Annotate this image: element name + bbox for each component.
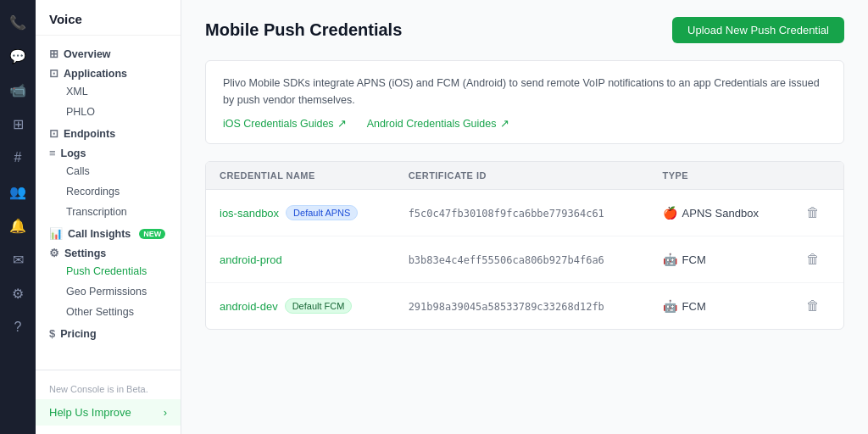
certificate-id: f5c0c47fb30108f9fca6bbe779364c61: [409, 208, 604, 220]
voice-nav-icon[interactable]: 📞: [3, 7, 33, 37]
credential-type: FCM: [682, 300, 706, 313]
sidebar-settings-label: Settings: [64, 248, 106, 259]
video-nav-icon[interactable]: 📹: [3, 75, 33, 105]
cred-name-cell: android-prod: [206, 236, 395, 283]
table-row: android-prod b3b83e4c4eff55506ca806b927b…: [206, 236, 843, 283]
android-guides-label: Android Credentials Guides: [367, 118, 497, 130]
type-cell: 🤖 FCM: [649, 283, 790, 330]
sidebar: Voice ⊞ Overview ⊡ Applications XML PHLO…: [36, 0, 181, 434]
delete-credential-button[interactable]: 🗑: [803, 248, 823, 270]
sidebar-item-overview[interactable]: ⊞ Overview: [36, 42, 181, 62]
sidebar-item-applications[interactable]: ⊡ Applications: [36, 62, 181, 81]
info-links: iOS Credentials Guides ↗ Android Credent…: [223, 117, 826, 130]
credential-badge: Default FCM: [285, 298, 353, 314]
table-row: android-dev Default FCM 291b98a39045a585…: [206, 283, 843, 330]
sidebar-logs-label: Logs: [61, 147, 86, 159]
cert-id-cell: b3b83e4c4eff55506ca806b927b4f6a6: [395, 236, 649, 283]
sidebar-item-endpoints[interactable]: ⊡ Endpoints: [36, 122, 181, 142]
type-cell: 🤖 FCM: [649, 236, 790, 283]
table-body: ios-sandbox Default APNS f5c0c47fb30108f…: [206, 190, 843, 330]
col-cert: Certificate ID: [395, 162, 649, 190]
sidebar-endpoints-label: Endpoints: [64, 128, 115, 140]
settings-group-icon: ⚙: [49, 247, 59, 259]
users-nav-icon[interactable]: 👥: [3, 176, 33, 207]
hash-nav-icon[interactable]: #: [3, 142, 33, 173]
sidebar-overview-label: Overview: [64, 48, 111, 60]
credential-badge: Default APNS: [286, 205, 358, 220]
mail-nav-icon[interactable]: ✉: [3, 244, 33, 275]
certificate-id: 291b98a39045a58533789c33268d12fb: [409, 301, 604, 313]
type-platform-icon: 🤖: [663, 253, 677, 266]
col-type: TYPE: [649, 162, 790, 190]
info-box: Plivo Mobile SDKs integrate APNS (iOS) a…: [205, 60, 844, 144]
sidebar-item-settings[interactable]: ⚙ Settings: [36, 242, 181, 261]
grid-nav-icon[interactable]: ⊞: [3, 108, 33, 139]
sidebar-item-pricing[interactable]: $ Pricing: [36, 322, 181, 342]
chevron-right-icon: ›: [164, 406, 167, 419]
call-insights-icon: 📊: [49, 227, 63, 240]
beta-note: New Console is in Beta.: [36, 379, 181, 399]
sidebar-item-recordings[interactable]: Recordings: [36, 181, 181, 202]
message-nav-icon[interactable]: 💬: [3, 41, 33, 71]
page-header: Mobile Push Credentials Upload New Push …: [205, 17, 844, 43]
page-title: Mobile Push Credentials: [205, 20, 402, 40]
table-header: Credential NAME Certificate ID TYPE: [206, 162, 843, 190]
endpoints-icon: ⊡: [49, 127, 58, 140]
table-row: ios-sandbox Default APNS f5c0c47fb30108f…: [206, 190, 843, 236]
ios-guides-label: iOS Credentials Guides: [223, 118, 334, 130]
cred-name-cell: ios-sandbox Default APNS: [206, 190, 395, 236]
cred-name-cell: android-dev Default FCM: [206, 283, 395, 330]
pricing-icon: $: [49, 327, 55, 340]
type-cell: 🍎 APNS Sandbox: [649, 190, 790, 236]
action-cell: 🗑: [789, 236, 843, 283]
external-link-icon: ↗: [337, 117, 347, 130]
ios-guides-link[interactable]: iOS Credentials Guides ↗: [223, 117, 347, 130]
type-platform-icon: 🤖: [663, 299, 677, 313]
credential-type: APNS Sandbox: [682, 207, 759, 220]
sidebar-item-logs[interactable]: ≡ Logs: [36, 142, 181, 161]
cert-id-cell: f5c0c47fb30108f9fca6bbe779364c61: [395, 190, 649, 236]
credential-name[interactable]: ios-sandbox: [220, 207, 279, 220]
upload-credential-button[interactable]: Upload New Push Credential: [672, 17, 844, 43]
credential-type: FCM: [682, 253, 706, 266]
help-label: Help Us Improve: [49, 406, 131, 419]
credential-name[interactable]: android-dev: [220, 300, 278, 313]
delete-credential-button[interactable]: 🗑: [803, 202, 823, 224]
sidebar-item-other-settings[interactable]: Other Settings: [36, 302, 181, 322]
credentials-table: Credential NAME Certificate ID TYPE ios-…: [206, 162, 843, 329]
sidebar-nav: ⊞ Overview ⊡ Applications XML PHLO ⊡ End…: [36, 36, 181, 348]
col-action: [789, 162, 843, 190]
sidebar-item-push-credentials[interactable]: Push Credentials: [36, 261, 181, 281]
external-link-icon-2: ↗: [500, 117, 509, 130]
overview-icon: ⊞: [49, 47, 58, 60]
help-us-improve-button[interactable]: Help Us Improve ›: [36, 399, 181, 426]
help-nav-icon[interactable]: ?: [3, 312, 33, 342]
icon-rail: 📞 💬 📹 ⊞ # 👥 🔔 ✉ ⚙ ?: [0, 0, 36, 434]
sidebar-pricing-label: Pricing: [60, 328, 96, 340]
credentials-table-container: Credential NAME Certificate ID TYPE ios-…: [205, 161, 844, 330]
col-name: Credential NAME: [206, 162, 395, 190]
sidebar-item-xml[interactable]: XML: [36, 81, 181, 102]
android-guides-link[interactable]: Android Credentials Guides ↗: [367, 117, 509, 130]
action-cell: 🗑: [789, 283, 843, 330]
sidebar-item-phlo[interactable]: PHLO: [36, 102, 181, 122]
delete-credential-button[interactable]: 🗑: [803, 295, 823, 317]
notification-nav-icon[interactable]: 🔔: [3, 210, 33, 241]
sidebar-item-call-insights[interactable]: 📊 Call Insights NEW: [36, 222, 181, 242]
logs-icon: ≡: [49, 147, 56, 159]
sidebar-applications-label: Applications: [64, 68, 127, 80]
sidebar-footer: New Console is in Beta. Help Us Improve …: [36, 370, 181, 434]
info-text: Plivo Mobile SDKs integrate APNS (iOS) a…: [223, 75, 826, 108]
certificate-id: b3b83e4c4eff55506ca806b927b4f6a6: [409, 254, 604, 266]
type-platform-icon: 🍎: [663, 206, 677, 220]
sidebar-item-calls[interactable]: Calls: [36, 161, 181, 181]
sidebar-item-transcription[interactable]: Transcription: [36, 202, 181, 222]
sidebar-call-insights-label: Call Insights: [68, 228, 131, 240]
applications-icon: ⊡: [49, 67, 58, 80]
main-content: Mobile Push Credentials Upload New Push …: [181, 0, 868, 434]
credential-name[interactable]: android-prod: [220, 253, 282, 266]
action-cell: 🗑: [789, 190, 843, 236]
sidebar-item-geo-permissions[interactable]: Geo Permissions: [36, 281, 181, 302]
cert-id-cell: 291b98a39045a58533789c33268d12fb: [395, 283, 649, 330]
settings-nav-icon[interactable]: ⚙: [3, 278, 33, 309]
